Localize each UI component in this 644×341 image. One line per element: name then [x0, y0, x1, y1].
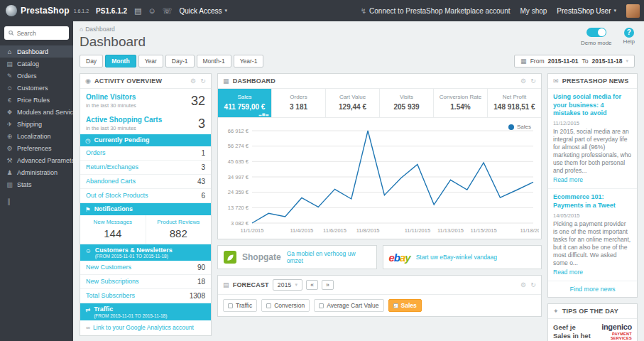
sidebar-item-preferences[interactable]: ⚙ Preferences	[0, 142, 73, 154]
tips-of-the-day-panel: ✦ TIPS OF THE DAY Geef je Sales in het b…	[547, 303, 638, 341]
abandoned-carts-link[interactable]: Abandoned Carts	[86, 178, 136, 185]
activity-overview-panel: ◉ ACTIVITY OVERVIEW ⚙ ↻ Online Visitors …	[80, 73, 212, 336]
new-messages-cell[interactable]: New Messages 144	[80, 215, 146, 244]
quick-access-menu[interactable]: Quick Access ▾	[179, 7, 227, 15]
new-subscriptions-value: 18	[197, 278, 205, 286]
shop-name-link[interactable]: PS1.6.1.2	[96, 7, 127, 15]
ebay-promo-link[interactable]: Start uw eBay-winkel vandaag	[416, 254, 497, 261]
chart-legend[interactable]: Sales	[508, 124, 531, 130]
checkbox-icon[interactable]	[266, 303, 271, 308]
forecast-prev-button[interactable]: «	[306, 280, 318, 290]
topbar-quick-icons: ▤ ☺ ☏	[134, 6, 172, 16]
find-more-news-link[interactable]: Find more news	[548, 281, 637, 297]
forecast-legend-traffic[interactable]: Traffic	[223, 299, 257, 312]
refresh-icon[interactable]: ↻	[530, 281, 536, 288]
kpi-visits[interactable]: Visits 205 939	[380, 89, 434, 117]
refresh-icon[interactable]: ↻	[200, 77, 206, 85]
forecast-next-button[interactable]: »	[322, 280, 334, 290]
settings-icon[interactable]: ⚙	[520, 281, 526, 288]
new-subscriptions-link[interactable]: New Subscriptions	[86, 278, 139, 286]
filter-day-button[interactable]: Day	[80, 55, 103, 67]
demo-mode-toggle[interactable]	[586, 28, 606, 37]
total-subscribers-link[interactable]: Total Subscribers	[86, 292, 135, 300]
abandoned-carts-value: 43	[197, 178, 205, 185]
new-customers-link[interactable]: New Customers	[86, 264, 131, 271]
svg-text:11/8/2015: 11/8/2015	[356, 227, 380, 234]
news-article-title-link[interactable]: Using social media for your business: 4 …	[553, 93, 632, 118]
date-filter-toolbar: Day Month Year Day-1 Month-1 Year-1 ▦ Fr…	[80, 55, 638, 67]
sidebar-item-localization[interactable]: ⊕ Localization	[0, 130, 73, 142]
kpi-cart-value[interactable]: Cart Value 129,44 €	[326, 89, 380, 117]
kpi-label: Orders	[274, 94, 323, 100]
filter-year-button[interactable]: Year	[138, 55, 163, 67]
checkbox-checked-icon[interactable]: ✓	[393, 303, 398, 308]
google-analytics-link[interactable]: Link to your Google Analytics account	[93, 324, 194, 332]
kpi-net-profit[interactable]: Net Profit 148 918,51 €	[488, 89, 541, 117]
page-title: Dashboard	[80, 34, 146, 50]
pending-returns-link[interactable]: Return/Exchanges	[86, 163, 138, 171]
shopgate-promo-link[interactable]: Ga mobiel en verhoog uw omzet	[287, 250, 371, 264]
pending-orders-link[interactable]: Orders	[86, 149, 106, 157]
forecast-legend-sales[interactable]: ✓ Sales	[388, 299, 422, 312]
traffic-range: (FROM 2015-11-01 TO 2015-11-18)	[94, 313, 167, 318]
new-messages-link[interactable]: New Messages	[82, 219, 143, 226]
checkbox-icon[interactable]	[319, 303, 324, 308]
sidebar-item-customers[interactable]: ☺ Customers	[0, 82, 73, 94]
forecast-year-select[interactable]: 2015 ▾	[273, 279, 302, 291]
receipt-icon: ✎	[6, 72, 13, 80]
forecast-legend-conversion[interactable]: Conversion	[261, 299, 310, 312]
svg-text:11/6/2015: 11/6/2015	[323, 227, 346, 234]
user-menu[interactable]: PrestaShop User ▾	[557, 7, 616, 15]
filter-month-1-button[interactable]: Month-1	[197, 55, 231, 67]
sidebar-item-stats[interactable]: ▥ Stats	[0, 178, 73, 190]
shopgate-promo[interactable]: Shopgate Ga mobiel en verhoog uw omzet	[217, 245, 377, 269]
collapse-sidebar-button[interactable]: ∥	[7, 197, 73, 205]
prestashop-logo[interactable]: PrestaShop 1.6.1.2	[6, 5, 89, 16]
sidebar-item-modules[interactable]: ❖ Modules and Services	[0, 106, 73, 118]
refresh-icon[interactable]: ↻	[530, 77, 536, 85]
filter-day-1-button[interactable]: Day-1	[165, 55, 195, 67]
marketplace-link[interactable]: ↯ Connect to PrestaShop Marketplace acco…	[361, 7, 511, 15]
read-more-link[interactable]: Read more	[553, 269, 583, 276]
date-to-label: To	[582, 58, 588, 65]
help-button[interactable]: ? Help	[623, 28, 635, 45]
breadcrumb[interactable]: ⌂ Dashboard	[80, 26, 146, 33]
forecast-panel: ▤ FORECAST 2015 ▾ « » ⚙ ↻	[217, 275, 542, 317]
ebay-promo[interactable]: ebay Start uw eBay-winkel vandaag	[383, 245, 542, 269]
news-article-title-link[interactable]: Ecommerce 101: Payments in a Tweet	[553, 193, 632, 210]
kpi-conversion-rate[interactable]: Conversion Rate 1.54%	[434, 89, 488, 117]
sidebar-item-catalog[interactable]: ▤ Catalog	[0, 58, 73, 70]
filter-month-button[interactable]: Month	[105, 55, 136, 67]
date-range-picker[interactable]: ▦ From 2015-11-01 To 2015-11-18 ▾	[514, 55, 635, 67]
product-reviews-cell[interactable]: Product Reviews 882	[146, 215, 212, 244]
search-input[interactable]	[17, 30, 65, 37]
tips-top: Geef je Sales in het buitenland een Boos…	[553, 323, 632, 341]
sidebar-search[interactable]	[4, 26, 69, 40]
sidebar-item-shipping[interactable]: ✈ Shipping	[0, 118, 73, 130]
online-visitors-link[interactable]: Online Visitors	[86, 93, 136, 102]
kpi-sales[interactable]: Sales 411 759,00 € ▂▅▃	[218, 89, 272, 117]
settings-icon[interactable]: ⚙	[520, 77, 526, 85]
out-of-stock-link[interactable]: Out of Stock Products	[86, 192, 148, 200]
sidebar-item-orders[interactable]: ✎ Orders	[0, 70, 73, 82]
forecast-legend-average-cart-value[interactable]: Average Cart Value	[314, 299, 383, 312]
product-reviews-link[interactable]: Product Reviews	[148, 219, 209, 226]
customers-icon[interactable]: ☺	[148, 6, 155, 16]
settings-icon[interactable]: ⚙	[190, 77, 196, 85]
support-icon[interactable]: ☏	[163, 6, 173, 16]
my-shop-link[interactable]: My shop	[520, 7, 547, 15]
sidebar-item-advanced-parameters[interactable]: ⚒ Advanced Parameters	[0, 154, 73, 166]
filter-year-1-button[interactable]: Year-1	[234, 55, 264, 67]
active-carts-link[interactable]: Active Shopping Carts	[86, 116, 162, 124]
checkbox-icon[interactable]	[228, 303, 233, 308]
stats-icon: ▥	[6, 181, 13, 188]
sidebar-item-price-rules[interactable]: € Price Rules	[0, 94, 73, 106]
sidebar-item-administration[interactable]: ♟ Administration	[0, 166, 73, 178]
avatar[interactable]	[626, 4, 640, 18]
sidebar-item-dashboard[interactable]: ⌂ Dashboard	[0, 45, 73, 58]
read-more-link[interactable]: Read more	[553, 176, 583, 183]
mini-chart-icon: ▂▅▃	[258, 112, 269, 116]
kpi-orders[interactable]: Orders 3 181	[272, 89, 326, 117]
cart-icon[interactable]: ▤	[134, 6, 141, 16]
active-carts-value: 3	[198, 117, 205, 131]
